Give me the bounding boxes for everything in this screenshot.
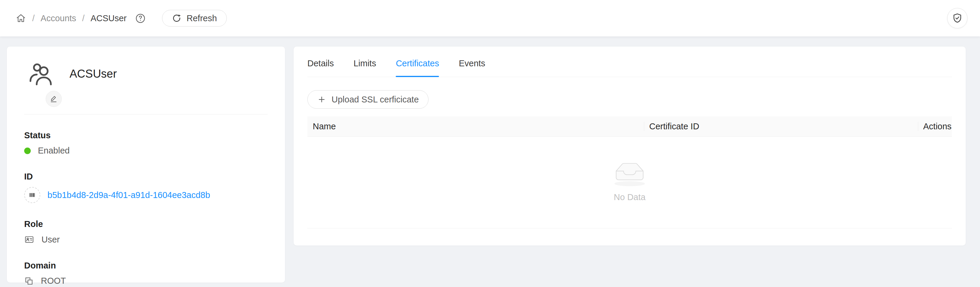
app-root: / Accounts / ACSUser Refresh [0,0,980,287]
field-role-label: Role [24,219,268,229]
top-header: / Accounts / ACSUser Refresh [0,0,980,37]
breadcrumb-separator: / [82,13,84,23]
profile-header: ACSUser [24,62,268,86]
column-header-certificate-id: Certificate ID [644,116,918,137]
account-name-title: ACSUser [70,67,117,80]
field-id: ID b5b1b4d8-2d9a-4f01-a91d-16 [24,172,268,203]
account-summary-card: ACSUser Status Enabled ID [7,46,285,282]
edit-row [24,91,268,107]
domain-value: ROOT [41,276,66,286]
upload-ssl-certificate-button[interactable]: Upload SSL cerficicate [307,90,428,109]
breadcrumb-item-current: ACSUser [91,13,127,23]
tab-limits[interactable]: Limits [354,59,376,77]
field-id-value-row: b5b1b4d8-2d9a-4f01-a91d-1604ee3acd8b [24,187,268,203]
team-icon [27,62,55,86]
security-profile-button[interactable] [947,8,967,29]
field-id-label: ID [24,172,268,182]
field-status-label: Status [24,131,268,140]
column-header-actions: Actions [918,116,952,137]
breadcrumb-separator: / [32,13,35,23]
account-id-link[interactable]: b5b1b4d8-2d9a-4f01-a91d-1604ee3acd8b [48,190,210,200]
edit-pencil-icon [49,94,58,103]
certificates-empty-state: No Data [307,137,952,228]
block-icon [24,276,34,286]
field-domain-value-row: ROOT [24,276,268,286]
inbox-empty-icon [611,163,649,187]
breadcrumb: / Accounts / ACSUser Refresh [16,10,227,27]
breadcrumb-item-accounts[interactable]: Accounts [41,13,76,23]
field-status-value-row: Enabled [24,146,268,156]
detail-tabs: Details Limits Certificates Events [307,46,952,77]
profile-divider [24,114,268,115]
upload-ssl-certificate-label: Upload SSL cerficicate [331,95,419,105]
tab-details[interactable]: Details [307,59,334,77]
column-header-name: Name [307,116,644,137]
status-value: Enabled [38,146,70,156]
edit-account-button[interactable] [46,91,62,107]
home-icon[interactable] [16,13,26,24]
barcode-badge [24,187,40,203]
field-role-value-row: User [24,234,268,245]
refresh-button[interactable]: Refresh [162,10,227,27]
shield-check-icon [951,13,963,24]
no-data-label: No Data [614,192,646,202]
reload-icon [172,13,181,23]
field-domain-label: Domain [24,261,268,271]
barcode-icon [28,191,37,199]
tab-certificates[interactable]: Certificates [396,59,439,77]
field-status: Status Enabled [24,131,268,156]
plus-icon [317,95,326,104]
status-dot-icon [24,148,31,154]
refresh-label: Refresh [186,13,217,23]
field-domain: Domain ROOT [24,261,268,286]
field-role: Role User [24,219,268,245]
tab-events[interactable]: Events [459,59,485,77]
certificates-table-header: Name Certificate ID Actions [307,116,952,137]
role-value: User [41,235,60,245]
help-icon[interactable] [135,13,146,24]
idcard-icon [24,234,34,245]
account-detail-card: Details Limits Certificates Events Uploa… [294,46,966,246]
